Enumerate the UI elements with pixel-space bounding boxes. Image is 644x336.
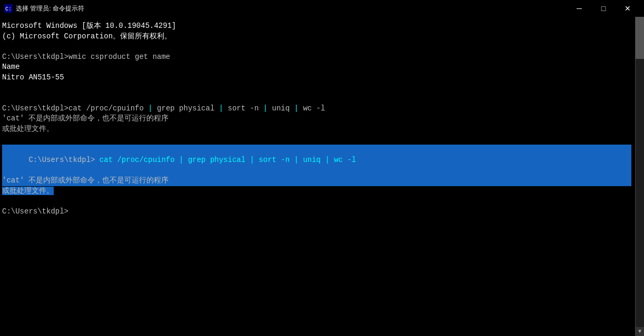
line-nitro: Nitro AN515-55 — [2, 73, 631, 83]
maximize-button[interactable]: □ — [591, 0, 616, 17]
line-error-1b: 或批处理文件。 — [2, 124, 631, 135]
scrollbar-thumb[interactable] — [636, 17, 644, 59]
pipe-2-4: | — [321, 156, 334, 164]
line-wmic-cmd: C:\Users\tkdpl>wmic csproduct get name — [2, 52, 631, 63]
empty-line-2 — [2, 83, 631, 94]
grep-part-2: grep physical — [188, 156, 245, 164]
empty-line-4 — [2, 135, 631, 145]
wc-part-2: wc -l — [334, 156, 356, 164]
cmd-wmic: wmic csproduct get name — [68, 52, 170, 63]
empty-line-8 — [2, 237, 631, 248]
line-cat-cmd-1: C:\Users\tkdpl>cat /proc/cpuinfo | grep … — [2, 104, 631, 114]
line-copyright: (c) Microsoft Corporation。保留所有权利。 — [2, 32, 631, 42]
pipe-4: | — [290, 104, 303, 114]
pipe-3: | — [259, 104, 272, 114]
empty-line-13 — [2, 289, 631, 299]
minimize-button[interactable]: ─ — [567, 0, 591, 17]
line-final-prompt: C:\Users\tkdpl> — [2, 207, 631, 217]
wc-part: wc -l — [303, 104, 325, 114]
pipe-1: | — [144, 104, 157, 114]
pipe-2: | — [214, 104, 227, 114]
grep-part: grep physical — [157, 104, 214, 114]
empty-line-7 — [2, 227, 631, 238]
empty-line-9 — [2, 248, 631, 258]
sort-part: sort -n — [228, 104, 259, 114]
empty-line-11 — [2, 268, 631, 279]
line-error-2a: 'cat' 不是内部或外部命令，也不是可运行的程序 — [2, 176, 631, 186]
cat-cmd-2-part1: cat /proc/cpuinfo — [95, 156, 174, 164]
titlebar-left: C: 选择 管理员: 命令提示符 — [4, 4, 84, 13]
line-error-2b: 或批处理文件。 — [2, 186, 631, 197]
sort-part-2: sort -n — [259, 156, 290, 164]
pipe-2-2: | — [245, 156, 259, 164]
scroll-down-arrow[interactable]: ▼ — [636, 327, 644, 336]
uniq-part-2: uniq — [303, 156, 321, 164]
empty-line-10 — [2, 258, 631, 269]
terminal-content: Microsoft Windows [版本 10.0.19045.4291] (… — [2, 21, 642, 299]
line-error-1a: 'cat' 不是内部或外部命令，也不是可运行的程序 — [2, 114, 631, 124]
close-button[interactable]: ✕ — [616, 0, 640, 17]
prompt-3: C:\Users\tkdpl> — [28, 156, 95, 164]
scrollbar[interactable]: ▲ ▼ — [635, 17, 644, 336]
pipe-2-3: | — [290, 156, 303, 164]
empty-line-1 — [2, 42, 631, 52]
svg-text:C:: C: — [5, 6, 12, 12]
uniq-part: uniq — [272, 104, 290, 114]
titlebar: C: 选择 管理员: 命令提示符 ─ □ ✕ — [0, 0, 644, 17]
empty-line-6 — [2, 217, 631, 227]
cmd-icon: C: — [4, 4, 13, 13]
prompt-4: C:\Users\tkdpl> — [2, 207, 68, 217]
prompt-1: C:\Users\tkdpl> — [2, 52, 68, 63]
selected-text: 或批处理文件。 — [2, 187, 54, 195]
line-win-version: Microsoft Windows [版本 10.0.19045.4291] — [2, 21, 631, 32]
pipe-2-1: | — [175, 156, 188, 164]
titlebar-controls: ─ □ ✕ — [567, 0, 640, 17]
empty-line-5 — [2, 196, 631, 207]
line-cat-cmd-2: C:\Users\tkdpl> cat /proc/cpuinfo | grep… — [2, 145, 631, 176]
line-name-header: Name — [2, 62, 631, 73]
empty-line-12 — [2, 279, 631, 289]
terminal[interactable]: Microsoft Windows [版本 10.0.19045.4291] (… — [0, 17, 644, 336]
titlebar-title: 选择 管理员: 命令提示符 — [16, 4, 84, 13]
empty-line-3 — [2, 93, 631, 104]
prompt-2: C:\Users\tkdpl> — [2, 104, 68, 114]
cat-cmd-part1: cat /proc/cpuinfo — [68, 104, 144, 114]
